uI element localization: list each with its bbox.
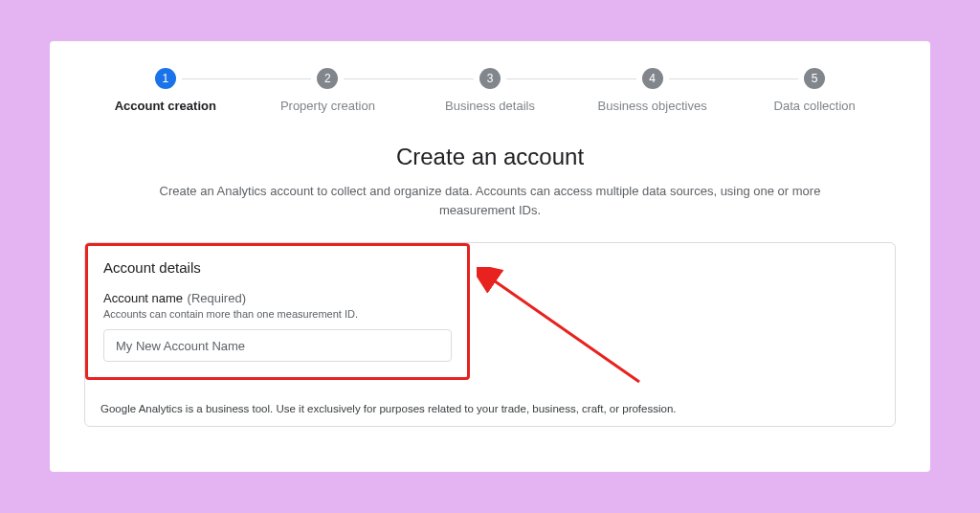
step-number-icon: 4 [642, 68, 663, 89]
step-label: Property creation [280, 99, 375, 113]
heading-block: Create an account Create an Analytics ac… [84, 144, 896, 219]
highlight-annotation-box: Account details Account name (Required) … [85, 243, 470, 380]
step-business-details[interactable]: 3 Business details [409, 68, 571, 113]
step-number-icon: 3 [479, 68, 501, 89]
step-business-objectives[interactable]: 4 Business objectives [571, 68, 734, 113]
step-label: Business objectives [597, 99, 706, 113]
field-required: (Required) [188, 291, 246, 305]
step-label: Account creation [115, 99, 216, 113]
section-title: Account details [103, 259, 452, 276]
step-label: Data collection [774, 99, 856, 113]
account-name-field-group: Account name (Required) Accounts can con… [103, 289, 452, 362]
account-details-card: Account details Account name (Required) … [84, 242, 896, 427]
step-account-creation[interactable]: 1 Account creation [84, 68, 247, 113]
account-name-input[interactable] [103, 329, 452, 362]
account-details-wrapper: Account details Account name (Required) … [84, 242, 896, 427]
stepper: 1 Account creation 2 Property creation 3… [84, 68, 896, 113]
step-label: Business details [445, 99, 535, 113]
field-helper-text: Accounts can contain more than one measu… [103, 308, 452, 320]
field-label: Account name [103, 291, 183, 305]
disclaimer-text: Google Analytics is a business tool. Use… [85, 391, 895, 426]
step-number-icon: 5 [804, 68, 825, 89]
step-number-icon: 1 [155, 68, 176, 89]
setup-page: 1 Account creation 2 Property creation 3… [50, 41, 930, 472]
step-property-creation[interactable]: 2 Property creation [247, 68, 410, 113]
page-title: Create an account [84, 144, 896, 170]
page-subtitle: Create an Analytics account to collect a… [145, 182, 835, 219]
step-number-icon: 2 [317, 68, 338, 89]
step-data-collection[interactable]: 5 Data collection [733, 68, 896, 113]
